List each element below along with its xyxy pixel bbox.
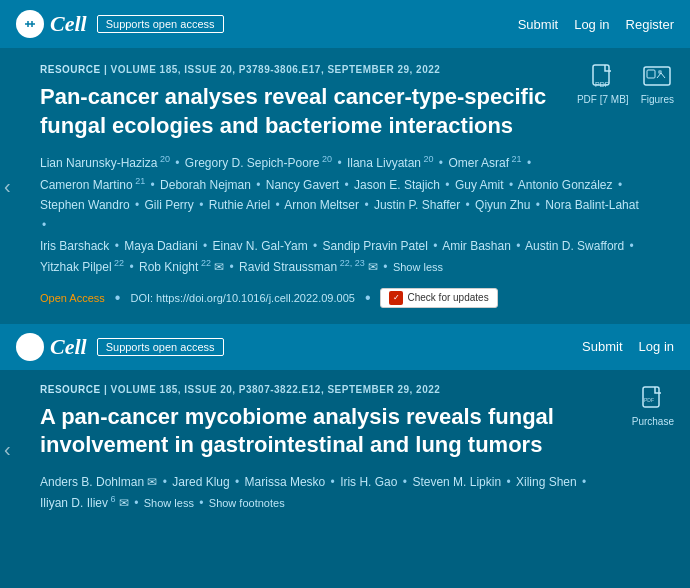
author-einav[interactable]: Einav N. Gal-Yam xyxy=(213,239,308,253)
pdf-download-btn[interactable]: PDF PDF [7 MB] xyxy=(577,64,629,105)
article1-panel: PDF PDF [7 MB] Figures RESOURCE xyxy=(0,48,690,324)
figures-icon xyxy=(643,64,671,92)
figures-btn[interactable]: Figures xyxy=(641,64,674,105)
figures-label: Figures xyxy=(641,94,674,105)
article1-actions: PDF PDF [7 MB] Figures xyxy=(577,64,674,105)
author-maya[interactable]: Maya Dadiani xyxy=(124,239,197,253)
article1-doi-link[interactable]: DOI: https://doi.org/10.1016/j.cell.2022… xyxy=(130,292,354,304)
logo-text: Cell xyxy=(50,11,87,37)
article2-meta-sep: | xyxy=(104,384,111,395)
top-header: Cell Supports open access Submit Log in … xyxy=(0,0,690,48)
cell-logo-icon xyxy=(16,10,44,38)
article1-meta-sep: | xyxy=(104,64,111,75)
author-ilana[interactable]: Ilana Livyatan xyxy=(347,156,421,170)
author-jason[interactable]: Jason E. Stajich xyxy=(354,178,440,192)
author-iliyan[interactable]: Iliyan D. Iliev xyxy=(40,496,108,510)
article2-left-nav[interactable]: ‹ xyxy=(4,437,11,460)
article2-volume-info: VOLUME 185, ISSUE 20, P3807-3822.E12, SE… xyxy=(111,384,441,395)
author-cameron[interactable]: Cameron Martino xyxy=(40,178,133,192)
open-access-badge-2: Supports open access xyxy=(97,338,224,356)
article2-authors: Anders B. Dohlman ✉ • Jared Klug • Maris… xyxy=(40,472,650,514)
login-link-1[interactable]: Log in xyxy=(574,17,609,32)
sup-rob: 22 xyxy=(198,258,211,268)
middle-header-left: Cell Supports open access xyxy=(16,333,224,361)
sup-ravid: 22, 23 xyxy=(337,258,365,268)
sup-ilana: 20 xyxy=(421,154,434,164)
author-gregory[interactable]: Gregory D. Sepich-Poore xyxy=(185,156,320,170)
submit-link-1[interactable]: Submit xyxy=(518,17,558,32)
article1-title: Pan-cancer analyses reveal cancer-type-s… xyxy=(40,83,600,140)
author-antonio[interactable]: Antonio González xyxy=(518,178,613,192)
svg-rect-3 xyxy=(647,70,655,78)
svg-text:PDF: PDF xyxy=(595,81,609,88)
author-iris-gao[interactable]: Iris H. Gao xyxy=(340,475,397,489)
article1-resource-label: RESOURCE xyxy=(40,64,101,75)
author-qiyun[interactable]: Qiyun Zhu xyxy=(475,198,530,212)
crossref-icon: ✓ xyxy=(389,291,403,305)
article1-meta: RESOURCE | VOLUME 185, ISSUE 20, P3789-3… xyxy=(40,64,650,75)
article2-panel-wrapper: ‹ PDF Purchase RESOURCE | VOLUME 185, IS… xyxy=(0,370,690,528)
purchase-label: Purchase xyxy=(632,416,674,427)
author-xiling[interactable]: Xiling Shen xyxy=(516,475,577,489)
author-marissa[interactable]: Marissa Mesko xyxy=(245,475,326,489)
cell-logo-2[interactable]: Cell xyxy=(16,333,87,361)
author-sandip[interactable]: Sandip Pravin Patel xyxy=(323,239,428,253)
article2-actions: PDF Purchase xyxy=(632,386,674,427)
article1-volume-info: VOLUME 185, ISSUE 20, P3789-3806.E17, SE… xyxy=(111,64,441,75)
login-link-2[interactable]: Log in xyxy=(639,339,674,354)
author-amir[interactable]: Amir Bashan xyxy=(442,239,511,253)
author-ruthie[interactable]: Ruthie Ariel xyxy=(209,198,270,212)
author-justin[interactable]: Justin P. Shaffer xyxy=(374,198,460,212)
check-updates-label: Check for updates xyxy=(407,292,488,303)
author-nora[interactable]: Nora Balint-Lahat xyxy=(545,198,638,212)
article1-show-less[interactable]: Show less xyxy=(393,261,443,273)
article2-title: A pan-cancer mycobiome analysis reveals … xyxy=(40,403,600,460)
purchase-icon: PDF xyxy=(639,386,667,414)
article2-show-less[interactable]: Show less xyxy=(144,497,194,509)
author-arnon[interactable]: Arnon Meltser xyxy=(284,198,359,212)
author-steven[interactable]: Steven M. Lipkin xyxy=(412,475,501,489)
header-left: Cell Supports open access xyxy=(16,10,224,38)
sup-cameron: 21 xyxy=(133,176,146,186)
middle-header-nav: Submit Log in xyxy=(582,339,674,354)
sup-yitzhak: 22 xyxy=(112,258,125,268)
author-iris-b[interactable]: Iris Barshack xyxy=(40,239,109,253)
article1-authors: Lian Narunsky-Haziza 20 • Gregory D. Sep… xyxy=(40,152,650,277)
header-nav-1: Submit Log in Register xyxy=(518,17,674,32)
middle-header: Cell Supports open access Submit Log in xyxy=(0,324,690,370)
author-jared[interactable]: Jared Klug xyxy=(172,475,229,489)
author-nancy[interactable]: Nancy Gavert xyxy=(266,178,339,192)
sup-omer: 21 xyxy=(509,154,522,164)
author-deborah[interactable]: Deborah Nejman xyxy=(160,178,251,192)
author-ravid[interactable]: Ravid Straussman xyxy=(239,260,337,274)
pdf-label: PDF [7 MB] xyxy=(577,94,629,105)
article1-open-access-link[interactable]: Open Access xyxy=(40,292,105,304)
check-updates-btn[interactable]: ✓ Check for updates xyxy=(380,288,497,308)
register-link-1[interactable]: Register xyxy=(626,17,674,32)
article1-left-nav[interactable]: ‹ xyxy=(4,174,11,197)
article2-show-footnotes[interactable]: Show footnotes xyxy=(209,497,285,509)
article1-panel-wrapper: ‹ PDF PDF [7 MB] xyxy=(0,48,690,324)
svg-text:PDF: PDF xyxy=(644,397,654,403)
sup-gregory: 20 xyxy=(320,154,333,164)
article2-meta: RESOURCE | VOLUME 185, ISSUE 20, P3807-3… xyxy=(40,384,650,395)
author-yitzhak[interactable]: Yitzhak Pilpel xyxy=(40,260,112,274)
author-guy[interactable]: Guy Amit xyxy=(455,178,504,192)
cell-logo-icon-2 xyxy=(16,333,44,361)
open-access-badge-1: Supports open access xyxy=(97,15,224,33)
author-rob[interactable]: Rob Knight xyxy=(139,260,198,274)
purchase-btn[interactable]: PDF Purchase xyxy=(632,386,674,427)
sup-lian: 20 xyxy=(157,154,170,164)
author-anders[interactable]: Anders B. Dohlman xyxy=(40,475,144,489)
author-omer[interactable]: Omer Asraf xyxy=(448,156,509,170)
article2-panel: PDF Purchase RESOURCE | VOLUME 185, ISSU… xyxy=(0,370,690,528)
author-lian[interactable]: Lian Narunsky-Haziza xyxy=(40,156,157,170)
author-stephen[interactable]: Stephen Wandro xyxy=(40,198,130,212)
cell-logo[interactable]: Cell xyxy=(16,10,87,38)
logo-text-2: Cell xyxy=(50,334,87,360)
author-gili[interactable]: Gili Perry xyxy=(145,198,194,212)
author-austin[interactable]: Austin D. Swafford xyxy=(525,239,624,253)
article2-resource-label: RESOURCE xyxy=(40,384,101,395)
article1-footer: Open Access • DOI: https://doi.org/10.10… xyxy=(40,288,650,308)
submit-link-2[interactable]: Submit xyxy=(582,339,622,354)
